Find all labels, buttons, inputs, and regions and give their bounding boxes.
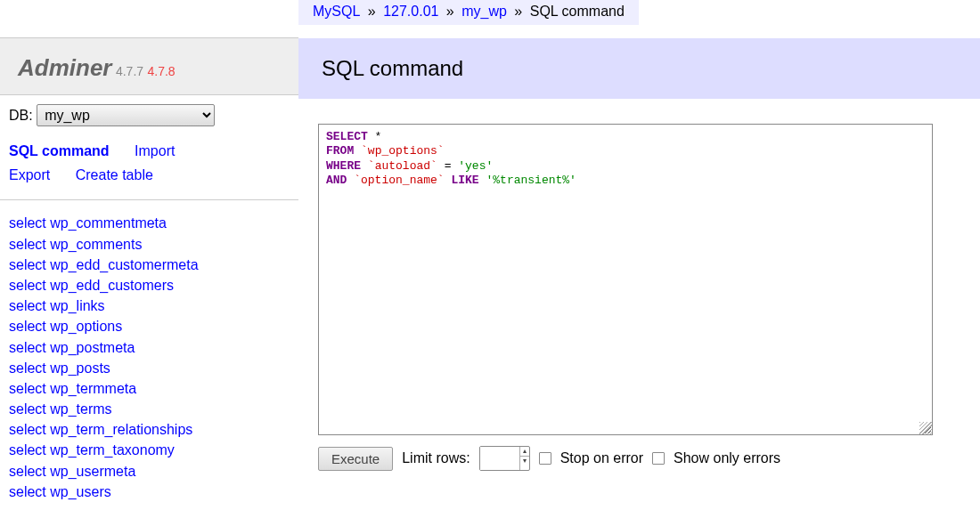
table-link[interactable]: select wp_term_relationships [9,419,290,440]
table-list: select wp_commentmetaselect wp_commentss… [0,200,298,510]
execute-button[interactable]: Execute [318,447,393,471]
breadcrumb-sep: » [438,4,461,19]
show-only-errors-checkbox[interactable] [652,452,665,465]
table-link[interactable]: select wp_terms [9,399,290,419]
page-title: SQL command [322,56,957,81]
table-link[interactable]: select wp_users [9,482,290,502]
table-link[interactable]: select wp_links [9,295,290,316]
limit-rows-input[interactable] [480,447,519,470]
breadcrumb-link[interactable]: my_wp [461,4,507,19]
stop-on-error-label: Stop on error [560,450,643,466]
table-link[interactable]: select wp_postmeta [9,337,290,358]
sql-editor[interactable]: SELECT * FROM `wp_options` WHERE `autolo… [318,124,933,435]
brand-name: Adminer [18,54,111,81]
brand-header: Adminer 4.7.7 4.7.8 [0,37,298,95]
table-link[interactable]: select wp_commentmeta [9,213,290,233]
stepper-up-icon[interactable]: ▴ [520,447,529,457]
nav-sql-command[interactable]: SQL command [9,143,110,158]
sql-token: = [437,159,458,173]
sql-token: SELECT [326,130,368,143]
table-link[interactable]: select wp_usermeta [9,461,290,482]
sql-token: WHERE [326,159,361,173]
table-link[interactable]: select wp_options [9,316,290,336]
limit-rows-stepper[interactable]: ▴ ▾ [479,446,530,471]
sql-token [354,144,361,158]
limit-rows-label: Limit rows: [402,450,470,466]
sql-token: `autoload` [368,159,437,173]
breadcrumb-sep: » [360,4,383,19]
nav-import[interactable]: Import [135,143,175,158]
breadcrumb-current: SQL command [530,4,625,19]
breadcrumb: MySQL » 127.0.01 » my_wp » SQL command [298,0,639,25]
sql-token: 'yes' [458,159,493,173]
sql-token: FROM [326,144,354,158]
table-link[interactable]: select wp_edd_customers [9,275,290,295]
sql-token: LIKE [451,174,478,187]
stepper-down-icon[interactable]: ▾ [520,457,529,465]
sql-token: AND [326,174,347,187]
breadcrumb-sep: » [507,4,530,19]
sql-token [361,159,368,173]
db-selector-row: DB: my_wp [0,95,298,135]
nav-create-table[interactable]: Create table [76,167,153,182]
show-only-errors-label: Show only errors [674,450,780,466]
sql-token: `option_name` [354,174,444,187]
sql-token: `wp_options` [361,144,445,158]
db-label: DB: [9,108,33,123]
breadcrumb-link[interactable]: MySQL [313,4,360,19]
sql-token: * [368,130,382,143]
sql-token: '%transient%' [486,174,576,187]
nav-links: SQL command Import Export Create table [0,135,298,200]
table-link[interactable]: select wp_term_taxonomy [9,440,290,460]
table-link[interactable]: select wp_comments [9,234,290,255]
nav-export[interactable]: Export [9,167,50,182]
breadcrumb-link[interactable]: 127.0.01 [383,4,438,19]
version-available[interactable]: 4.7.8 [148,64,176,78]
page-title-bar: SQL command [298,38,980,99]
table-link[interactable]: select wp_termmeta [9,378,290,399]
table-link[interactable]: select wp_posts [9,358,290,378]
version-current: 4.7.7 [116,64,143,78]
stop-on-error-checkbox[interactable] [539,452,551,465]
table-link[interactable]: select wp_edd_customermeta [9,255,290,275]
db-select[interactable]: my_wp [37,104,215,126]
